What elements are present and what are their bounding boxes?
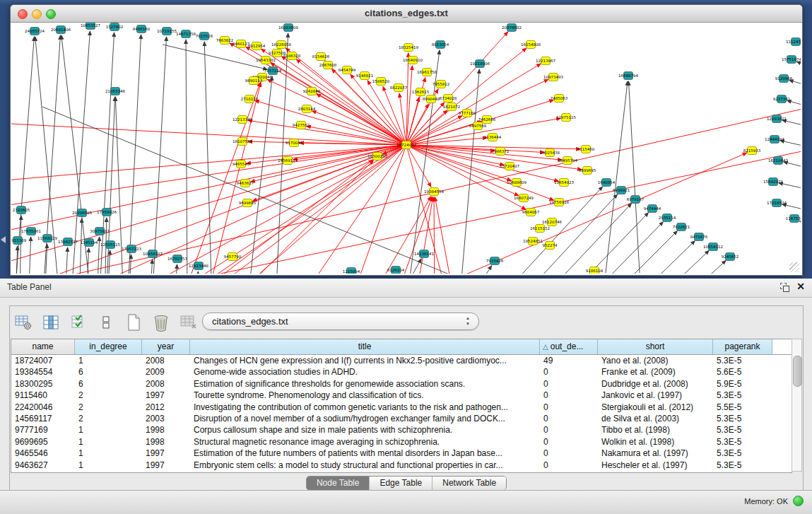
table-row[interactable]: 1872400712008Changes of HCN gene express… [11,355,792,366]
network-canvas[interactable]: 1872400776638228460123891295418226058932… [11,23,801,274]
graph-node-label: 18226058 [271,42,291,47]
table-row[interactable]: 977716911998Corpus callosum shape and si… [11,424,792,436]
graph-edge [11,145,406,274]
table-cell: Nakamura et al. (1997) [598,448,713,459]
table-toolbar: f(x) [14,310,225,334]
tab-edge-table[interactable]: Edge Table [369,477,432,490]
graph-edge [787,100,801,107]
network-table-selector[interactable]: citations_edges.txt ▲▼ [202,313,479,330]
node-layer: 1872400776638228460123891295418226058932… [11,23,801,274]
table-cell: Hescheler et al. (1997) [598,460,713,471]
graph-node-label: 17016534 [767,201,787,205]
table-cell: 6 [75,378,142,390]
resize-grip[interactable] [789,262,799,272]
graph-edge [65,247,68,274]
table-row[interactable]: 946362711997Embryonic stem cells: a mode… [11,460,792,471]
delete-table-icon[interactable] [152,313,170,332]
new-table-icon[interactable] [124,313,143,332]
graph-node-label: 8990448 [423,97,440,101]
graph-node-label: 10688609 [507,180,526,185]
graph-node-label: 6734028 [440,96,457,100]
graph-node-label: 18300295 [367,154,387,158]
table-options-icon[interactable] [14,313,33,332]
graph-node-label: 10654112 [703,245,723,249]
graph-node-label: 20206505 [72,211,92,215]
graph-node-label: 2803144 [298,107,316,111]
table-row[interactable]: 1938455462009Genome-wide association stu… [11,366,792,378]
graph-node-label: 19756928 [549,200,569,204]
graph-node-label: 8822037 [390,86,408,90]
table-row[interactable]: 1830029562008Estimation of significance … [11,378,792,390]
table-cell: Tibbo et al. (1998) [598,424,713,436]
graph-edge [515,194,618,274]
graph-node-label: 15692971 [763,180,783,184]
table-row[interactable]: 2242004622012Investigating the contribut… [11,402,792,413]
table-cell: 0 [540,424,598,436]
window-titlebar[interactable]: citations_edges.txt [11,5,802,23]
graph-edge [71,31,90,274]
network-view-frame: citations_edges.txt 18724007766382284601… [0,0,812,279]
table-cell: Structural magnetic resonance image aver… [190,436,540,448]
collapse-panel-arrow-icon[interactable] [1,236,6,243]
column-header-out_de[interactable]: △out_de... [540,339,598,354]
column-header-pagerank[interactable]: pagerank [713,339,772,354]
graph-edge [251,145,406,182]
table-row[interactable]: 969969511998Structural magnetic resonanc… [11,436,792,448]
graph-node-label: 7933426 [486,259,504,263]
tab-network-table[interactable]: Network Table [432,477,506,490]
column-header-year[interactable]: year [142,339,190,354]
table-cell: 1 [75,448,142,459]
tab-node-table[interactable]: Node Table [307,477,370,490]
table-cell: 1998 [142,436,190,448]
column-header-name[interactable]: name [11,339,75,354]
table-cell: Estimation of the future numbers of pati… [190,448,540,459]
node-table: namein_degreeyeartitle△out_de...shortpag… [11,339,792,473]
close-panel-icon[interactable]: ✕ [796,281,805,292]
float-panel-icon[interactable] [780,283,789,292]
table-cell: 1997 [142,460,190,471]
graph-node-label: 9890113 [245,78,263,83]
row-height-icon[interactable] [97,313,115,332]
table-cell: 1 [75,355,142,366]
column-header-short[interactable]: short [598,339,713,354]
table-cell: 1 [75,436,142,448]
table-cell: Wolkin et al. (1998) [598,436,713,448]
graph-node-label: 7955812 [433,82,450,86]
graph-node-label: 15720407 [500,164,519,168]
table-row[interactable]: 911546021997Tourette syndrome. Phenomeno… [11,390,792,401]
table-cell: 2012 [142,402,190,413]
graph-node-label: 9170046 [286,141,303,145]
graph-edge [11,145,406,274]
column-header-in_degree[interactable]: in_degree [75,339,142,354]
table-cell: Estimation of significance thresholds fo… [190,378,540,390]
graph-edge [799,221,801,227]
graph-node-label: 1167533 [786,216,801,221]
graph-node-label: 7462666 [478,117,496,122]
table-row[interactable]: 946554611997Estimation of the future num… [11,448,792,459]
table-cell: 5.3E-5 [713,355,772,366]
table-cell: 18300295 [11,378,75,390]
import-table-icon[interactable] [180,313,198,332]
select-rows-icon[interactable] [69,313,88,332]
graph-edge [561,222,663,274]
table-cell: 5.3E-5 [713,448,772,459]
graph-node-label: 9899695 [579,168,596,173]
show-columns-icon[interactable] [42,313,60,332]
sort-ascending-icon: △ [543,343,548,351]
table-cell: 1 [75,424,142,436]
column-header-title[interactable]: title [190,339,540,354]
graph-node-label: 24055724 [25,29,45,33]
graph-edge [11,121,406,145]
table-scrollbar[interactable] [792,339,802,472]
graph-node-label: 8471676 [690,235,708,239]
graph-edge [606,81,628,273]
scrollbar-thumb[interactable] [793,356,802,387]
table-cell: 0 [540,413,598,424]
graph-edge [11,145,406,274]
table-cell: 5.9E-5 [713,378,772,390]
graph-node-label: 17359926 [97,210,117,214]
table-cell: Tourette syndrome. Phenomenology and cla… [190,390,540,401]
graph-node-label: 9186104 [586,269,604,273]
table-row[interactable]: 1456911722003Disruption of a novel membe… [11,413,792,424]
memory-status-icon[interactable] [793,496,804,506]
